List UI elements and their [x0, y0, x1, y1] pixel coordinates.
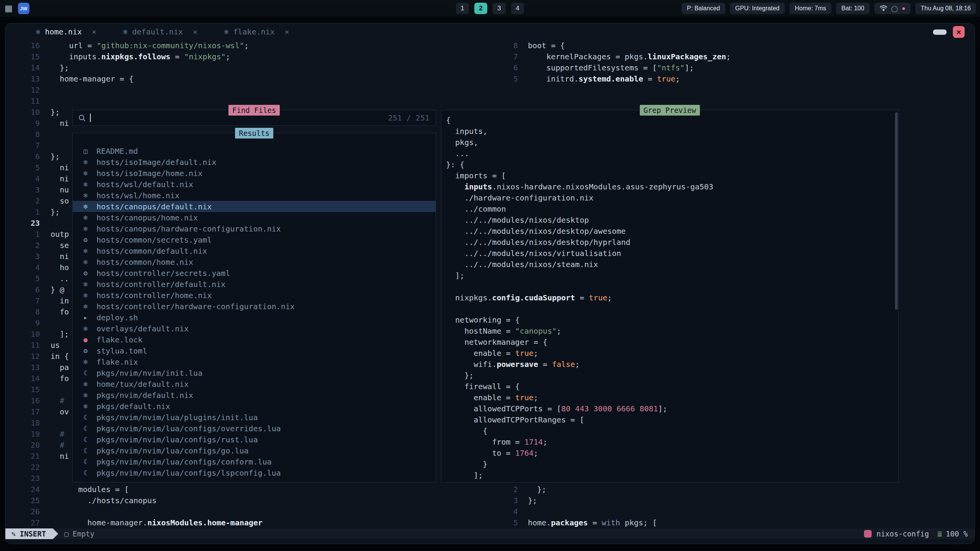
lua-icon: ☾ [83, 469, 96, 477]
tab-close-icon[interactable]: × [92, 27, 96, 36]
result-filename: hosts/canopus/home.nix [96, 213, 198, 222]
result-item[interactable]: ●flake.lock [73, 334, 436, 345]
code-line: } [446, 459, 898, 470]
line-number: 11 [5, 340, 40, 351]
result-item[interactable]: ❄hosts/canopus/default.nix [73, 201, 436, 212]
buffer-label: Empty [73, 530, 95, 538]
result-item[interactable]: ❄overlays/default.nix [73, 323, 436, 334]
result-item[interactable]: ❄hosts/isoImage/default.nix [73, 156, 436, 168]
color-picker-icon: ● [902, 5, 906, 12]
nix-icon: ❄ [83, 214, 96, 222]
result-item[interactable]: ❄hosts/controller/default.nix [73, 279, 436, 290]
telescope-results: Results ◫README.md❄hosts/isoImage/defaul… [72, 133, 436, 483]
result-filename: pkgs/default.nix [96, 402, 170, 411]
result-item[interactable]: ❄pkgs/default.nix [73, 401, 436, 412]
line-number: 3 [502, 495, 518, 506]
workspace-1[interactable]: 1 [456, 3, 469, 14]
code-line: 4 [502, 506, 657, 517]
result-item[interactable]: ⚙stylua.toml [73, 345, 436, 356]
logo-badge[interactable]: JW [18, 3, 29, 14]
line-number: 6 [5, 284, 40, 295]
result-filename: hosts/wsl/home.nix [96, 191, 180, 200]
result-item[interactable]: ☾pkgs/nvim/nvim/lua/plugins/init.lua [73, 412, 436, 423]
result-item[interactable]: ❄pkgs/nvim/default.nix [73, 390, 436, 401]
result-item[interactable]: ◫README.md [73, 145, 436, 156]
result-item[interactable]: ▸deploy.sh [73, 312, 436, 323]
preview-scrollbar[interactable] [895, 112, 898, 310]
mode-label: INSERT [20, 530, 46, 538]
repo-name: nixos-config [876, 530, 929, 538]
nix-icon: ❄ [83, 402, 96, 410]
tab-close-icon[interactable]: × [193, 27, 198, 36]
result-item[interactable]: ☾pkgs/nvim/nvim/init.lua [73, 367, 436, 378]
result-item[interactable]: ❄hosts/isoImage/home.nix [73, 168, 436, 179]
result-item[interactable]: ❄hosts/common/default.nix [73, 245, 436, 256]
workspace-switcher: 1234 [456, 3, 524, 14]
workspace-3[interactable]: 3 [493, 3, 506, 14]
result-filename: hosts/common/default.nix [96, 246, 207, 256]
result-item[interactable]: ❄hosts/wsl/default.nix [73, 179, 436, 190]
code-line: to = 1764; [446, 448, 898, 459]
right-split-top[interactable]: 8boot = {7 kernelPackages = pkgs.linuxPa… [502, 40, 731, 85]
tab-default.nix[interactable]: ❄default.nix× [123, 27, 208, 36]
line-number: 4 [5, 173, 40, 184]
line-number: 5 [502, 517, 518, 528]
result-item[interactable]: ☾pkgs/nvim/nvim/lua/configs/lspconfig.lu… [73, 467, 436, 478]
line-number: 18 [5, 417, 40, 429]
bar-right-cluster: P: BalancedGPU: IntegratedHome: 7msBat: … [681, 3, 976, 14]
code-line: inputs.nixos-hardware.nixosModules.asus-… [446, 181, 898, 192]
tab-close-icon[interactable]: × [285, 27, 289, 36]
progress-lines-icon: ≣ [938, 529, 942, 538]
markdown-icon: ◫ [83, 147, 96, 155]
results-title: Results [235, 128, 273, 139]
result-item[interactable]: ☾pkgs/nvim/nvim/lua/configs/conform.lua [73, 456, 436, 467]
system-tray[interactable]: ◯ ● [874, 3, 911, 14]
line-number: 12 [5, 351, 40, 362]
result-item[interactable]: ⚙hosts/controller/secrets.yaml [73, 267, 436, 279]
result-item[interactable]: ❄hosts/controller/home.nix [73, 290, 436, 301]
result-item[interactable]: ❄hosts/canopus/hardware-configuration.ni… [73, 223, 436, 234]
result-filename: pkgs/nvim/nvim/lua/configs/overrides.lua [96, 424, 281, 433]
lua-icon: ☾ [83, 369, 96, 377]
code-line: 26 [5, 506, 304, 517]
code-line: imports = [ [446, 170, 898, 181]
code-line: enable = true; [446, 392, 898, 403]
tab-flake.nix[interactable]: ❄flake.nix× [224, 27, 300, 36]
result-filename: pkgs/nvim/nvim/lua/configs/conform.lua [96, 457, 272, 466]
editor-area[interactable]: 16 url = "github:nix-community/nixos-wsl… [5, 40, 975, 528]
result-item[interactable]: ❄hosts/controller/hardware-configuration… [73, 301, 436, 312]
result-item[interactable]: ☾pkgs/nvim/nvim/lua/configs/overrides.lu… [73, 423, 436, 434]
result-item[interactable]: ❄flake.nix [73, 356, 436, 367]
result-item[interactable]: ⚙hosts/common/secrets.yaml [73, 234, 436, 245]
nix-icon: ❄ [83, 225, 96, 233]
workspace-4[interactable]: 4 [511, 3, 524, 14]
result-item[interactable]: ☾pkgs/nvim/nvim/lua/configs/go.lua [73, 445, 436, 456]
result-filename: hosts/common/home.nix [96, 258, 193, 267]
command-line[interactable] [5, 539, 975, 544]
find-files-title: Find Files [229, 105, 280, 116]
code-line: }: { [446, 159, 898, 170]
result-item[interactable]: ❄home/tux/default.nix [73, 378, 436, 390]
workspace-2[interactable]: 2 [474, 3, 487, 14]
line-number: 13 [5, 73, 40, 85]
line-number: 5 [502, 73, 518, 85]
minimize-pill-button[interactable] [933, 29, 947, 35]
nix-icon: ❄ [83, 358, 96, 366]
app-launcher-icon[interactable]: ▦ [5, 0, 13, 17]
result-item[interactable]: ☾pkgs/nvim/nvim/lua/configs/rust.lua [73, 434, 436, 445]
status-bar: ▦ JW 1234 P: BalancedGPU: IntegratedHome… [0, 0, 980, 17]
result-item[interactable]: ❄hosts/wsl/home.nix [73, 190, 436, 201]
result-item[interactable]: ❄hosts/common/home.nix [73, 256, 436, 267]
nix-icon: ❄ [36, 28, 40, 36]
mode-segment: ✎ INSERT [5, 528, 53, 539]
line-number: 7 [502, 51, 518, 62]
tab-home.nix[interactable]: ❄home.nix× [36, 27, 107, 36]
lock-icon: ● [83, 336, 96, 344]
toml-icon: ⚙ [83, 347, 96, 355]
code-line: 2 }; [502, 484, 657, 495]
window-close-button[interactable]: × [953, 26, 965, 38]
line-number: 7 [5, 140, 40, 151]
nix-icon: ❄ [83, 191, 96, 199]
result-item[interactable]: ❄hosts/canopus/home.nix [73, 212, 436, 223]
nix-icon: ❄ [83, 202, 96, 210]
